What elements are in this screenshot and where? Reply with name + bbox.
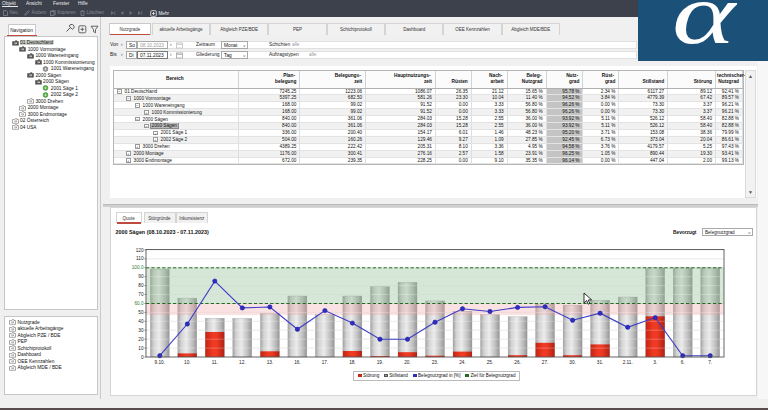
svg-text:20: 20 [138, 337, 144, 342]
svg-text:10: 10 [138, 346, 144, 351]
svg-text:12.: 12. [239, 360, 246, 365]
svg-text:30.: 30. [569, 360, 576, 365]
svg-text:10.: 10. [184, 360, 191, 365]
svg-text:100.0: 100.0 [132, 265, 144, 270]
svg-text:30: 30 [138, 328, 144, 333]
svg-text:70: 70 [138, 292, 144, 297]
svg-text:110: 110 [136, 256, 144, 261]
svg-text:2.11.: 2.11. [623, 360, 633, 365]
svg-text:7.: 7. [708, 360, 712, 365]
svg-text:80: 80 [138, 283, 144, 288]
svg-text:50: 50 [138, 310, 144, 315]
svg-text:31.: 31. [597, 360, 604, 365]
svg-text:6.: 6. [681, 360, 685, 365]
svg-text:19.: 19. [377, 360, 384, 365]
svg-text:40: 40 [138, 319, 144, 324]
svg-text:18.: 18. [349, 360, 356, 365]
svg-text:17.: 17. [322, 360, 329, 365]
svg-text:3.: 3. [653, 360, 657, 365]
svg-text:13.: 13. [267, 360, 274, 365]
svg-text:90: 90 [138, 274, 144, 279]
svg-text:27.: 27. [542, 360, 549, 365]
svg-text:9.10.: 9.10. [155, 360, 165, 365]
svg-text:20.: 20. [404, 360, 411, 365]
svg-text:16.: 16. [294, 360, 301, 365]
svg-text:120: 120 [136, 248, 144, 253]
svg-text:0: 0 [141, 355, 144, 360]
svg-text:24.: 24. [459, 360, 466, 365]
svg-text:25.: 25. [487, 360, 494, 365]
svg-text:23.: 23. [432, 360, 439, 365]
svg-text:11.: 11. [212, 360, 218, 365]
svg-text:26.: 26. [514, 360, 521, 365]
svg-text:60.0: 60.0 [134, 301, 144, 306]
